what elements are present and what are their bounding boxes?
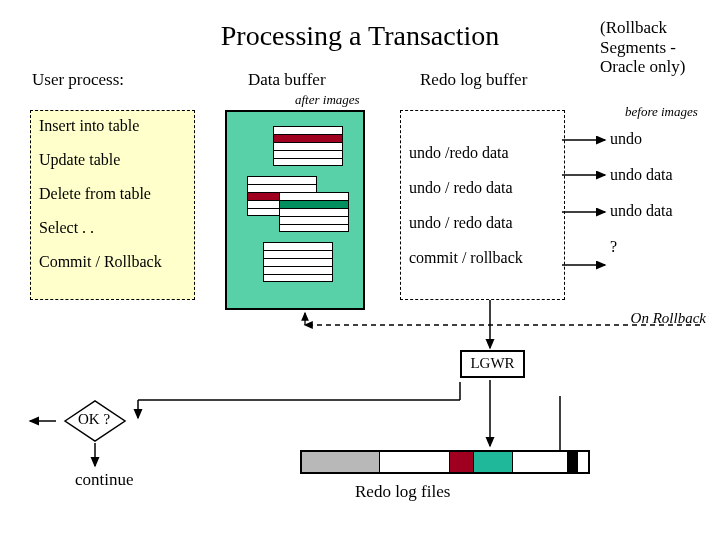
redo-log-files-label: Redo log files	[355, 482, 450, 502]
seg-black	[568, 452, 579, 472]
continue-label: continue	[75, 470, 134, 490]
seg-green	[474, 452, 513, 472]
redo-entry-1: undo /redo data	[409, 144, 556, 162]
seg-grey	[302, 452, 380, 472]
oracle-column: undo undo data undo data ?	[610, 130, 710, 274]
op-insert: Insert into table	[39, 117, 186, 135]
data-buffer-box	[225, 110, 365, 310]
oracle-entry-2: undo data	[610, 166, 710, 184]
after-images-label: after images	[295, 92, 360, 108]
header-redo-log: Redo log buffer	[420, 70, 527, 90]
redo-log-files-bar	[300, 450, 590, 474]
user-process-box: Insert into table Update table Delete fr…	[30, 110, 195, 300]
op-commit: Commit / Rollback	[39, 253, 186, 271]
op-delete: Delete from table	[39, 185, 186, 203]
redo-log-buffer-box: undo /redo data undo / redo data undo / …	[400, 110, 565, 300]
redo-entry-2: undo / redo data	[409, 179, 556, 197]
oracle-entry-4: ?	[610, 238, 710, 256]
seg-white	[380, 452, 450, 472]
op-update: Update table	[39, 151, 186, 169]
ok-label: OK ?	[78, 411, 110, 428]
rollback-note: (Rollback Segments - Oracle only)	[600, 18, 700, 77]
lgwr-box: LGWR	[460, 350, 525, 378]
seg-white3	[578, 452, 588, 472]
header-data-buffer: Data buffer	[248, 70, 326, 90]
op-select: Select . .	[39, 219, 186, 237]
oracle-entry-1: undo	[610, 130, 710, 148]
oracle-entry-3: undo data	[610, 202, 710, 220]
on-rollback-label: On Rollback	[631, 310, 706, 327]
seg-white2	[513, 452, 568, 472]
header-user: User process:	[32, 70, 124, 90]
seg-red	[450, 452, 474, 472]
redo-entry-4: commit / rollback	[409, 249, 556, 267]
redo-entry-3: undo / redo data	[409, 214, 556, 232]
before-images-label: before images	[625, 104, 698, 120]
